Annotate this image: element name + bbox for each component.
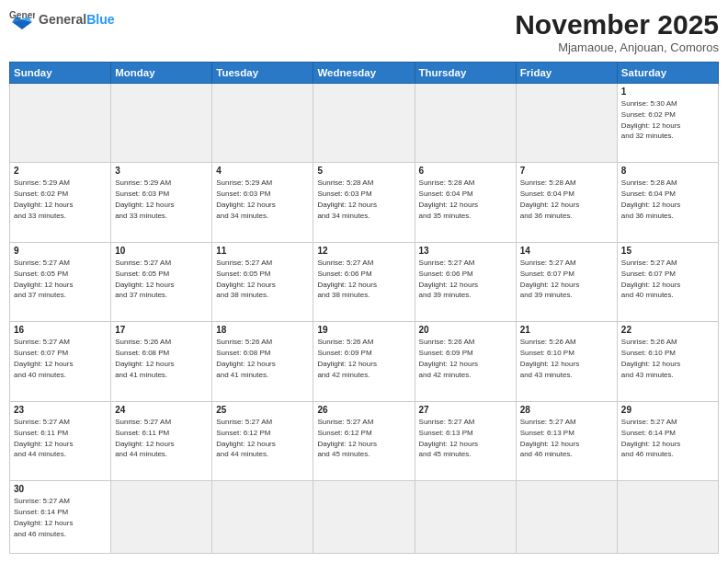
month-title: November 2025 [515, 9, 719, 40]
day-7: 7 Sunrise: 5:28 AM Sunset: 6:04 PM Dayli… [516, 163, 617, 242]
empty-cell [111, 481, 212, 554]
calendar-row-5: 23 Sunrise: 5:27 AM Sunset: 6:11 PM Dayl… [10, 401, 719, 480]
calendar-table: Sunday Monday Tuesday Wednesday Thursday… [9, 62, 719, 554]
day-22: 22 Sunrise: 5:26 AM Sunset: 6:10 PM Dayl… [617, 322, 718, 401]
title-block: November 2025 Mjamaoue, Anjouan, Comoros [515, 9, 719, 54]
header-thursday: Thursday [415, 63, 516, 84]
empty-cell [313, 84, 415, 163]
header-saturday: Saturday [617, 63, 718, 84]
day-8: 8 Sunrise: 5:28 AM Sunset: 6:04 PM Dayli… [617, 163, 718, 242]
day-5: 5 Sunrise: 5:28 AM Sunset: 6:03 PM Dayli… [313, 163, 415, 242]
logo: General GeneralBlue [9, 9, 114, 29]
calendar-row-4: 16 Sunrise: 5:27 AM Sunset: 6:07 PM Dayl… [10, 322, 719, 401]
header-tuesday: Tuesday [212, 63, 313, 84]
empty-cell [617, 481, 718, 554]
day-23: 23 Sunrise: 5:27 AM Sunset: 6:11 PM Dayl… [10, 401, 111, 480]
generalblue-icon: General [9, 9, 35, 29]
day-16: 16 Sunrise: 5:27 AM Sunset: 6:07 PM Dayl… [10, 322, 111, 401]
location-subtitle: Mjamaoue, Anjouan, Comoros [515, 40, 719, 54]
calendar-row-1: 1 Sunrise: 5:30 AM Sunset: 6:02 PM Dayli… [10, 84, 719, 163]
day-3: 3 Sunrise: 5:29 AM Sunset: 6:03 PM Dayli… [111, 163, 212, 242]
empty-cell [212, 481, 313, 554]
empty-cell [415, 481, 516, 554]
empty-cell [212, 84, 313, 163]
header-wednesday: Wednesday [313, 63, 415, 84]
header-monday: Monday [111, 63, 212, 84]
day-14: 14 Sunrise: 5:27 AM Sunset: 6:07 PM Dayl… [516, 242, 617, 321]
weekday-header-row: Sunday Monday Tuesday Wednesday Thursday… [10, 63, 719, 84]
day-29: 29 Sunrise: 5:27 AM Sunset: 6:14 PM Dayl… [617, 401, 718, 480]
day-26: 26 Sunrise: 5:27 AM Sunset: 6:12 PM Dayl… [313, 401, 415, 480]
day-9: 9 Sunrise: 5:27 AM Sunset: 6:05 PM Dayli… [10, 242, 111, 321]
day-27: 27 Sunrise: 5:27 AM Sunset: 6:13 PM Dayl… [415, 401, 516, 480]
svg-text:General: General [9, 10, 35, 20]
header-sunday: Sunday [10, 63, 111, 84]
day-24: 24 Sunrise: 5:27 AM Sunset: 6:11 PM Dayl… [111, 401, 212, 480]
empty-cell [313, 481, 415, 554]
empty-cell [10, 84, 111, 163]
day-10: 10 Sunrise: 5:27 AM Sunset: 6:05 PM Dayl… [111, 242, 212, 321]
empty-cell [111, 84, 212, 163]
day-17: 17 Sunrise: 5:26 AM Sunset: 6:08 PM Dayl… [111, 322, 212, 401]
page: General GeneralBlue November 2025 Mjamao… [0, 0, 728, 563]
calendar-row-3: 9 Sunrise: 5:27 AM Sunset: 6:05 PM Dayli… [10, 242, 719, 321]
empty-cell [415, 84, 516, 163]
empty-cell [516, 481, 617, 554]
day-6: 6 Sunrise: 5:28 AM Sunset: 6:04 PM Dayli… [415, 163, 516, 242]
calendar-row-6: 30 Sunrise: 5:27 AM Sunset: 6:14 PM Dayl… [10, 481, 719, 554]
day-18: 18 Sunrise: 5:26 AM Sunset: 6:08 PM Dayl… [212, 322, 313, 401]
day-15: 15 Sunrise: 5:27 AM Sunset: 6:07 PM Dayl… [617, 242, 718, 321]
day-20: 20 Sunrise: 5:26 AM Sunset: 6:09 PM Dayl… [415, 322, 516, 401]
day-30: 30 Sunrise: 5:27 AM Sunset: 6:14 PM Dayl… [10, 481, 111, 554]
day-25: 25 Sunrise: 5:27 AM Sunset: 6:12 PM Dayl… [212, 401, 313, 480]
day-4: 4 Sunrise: 5:29 AM Sunset: 6:03 PM Dayli… [212, 163, 313, 242]
day-1-info: Sunrise: 5:30 AM Sunset: 6:02 PM Dayligh… [621, 99, 680, 140]
day-28: 28 Sunrise: 5:27 AM Sunset: 6:13 PM Dayl… [516, 401, 617, 480]
day-2: 2 Sunrise: 5:29 AM Sunset: 6:02 PM Dayli… [10, 163, 111, 242]
day-21: 21 Sunrise: 5:26 AM Sunset: 6:10 PM Dayl… [516, 322, 617, 401]
header: General GeneralBlue November 2025 Mjamao… [9, 9, 719, 54]
empty-cell [516, 84, 617, 163]
day-1: 1 Sunrise: 5:30 AM Sunset: 6:02 PM Dayli… [617, 84, 718, 163]
day-13: 13 Sunrise: 5:27 AM Sunset: 6:06 PM Dayl… [415, 242, 516, 321]
calendar-row-2: 2 Sunrise: 5:29 AM Sunset: 6:02 PM Dayli… [10, 163, 719, 242]
header-friday: Friday [516, 63, 617, 84]
logo-text-block: GeneralBlue [39, 13, 114, 26]
day-11: 11 Sunrise: 5:27 AM Sunset: 6:05 PM Dayl… [212, 242, 313, 321]
day-19: 19 Sunrise: 5:26 AM Sunset: 6:09 PM Dayl… [313, 322, 415, 401]
day-12: 12 Sunrise: 5:27 AM Sunset: 6:06 PM Dayl… [313, 242, 415, 321]
